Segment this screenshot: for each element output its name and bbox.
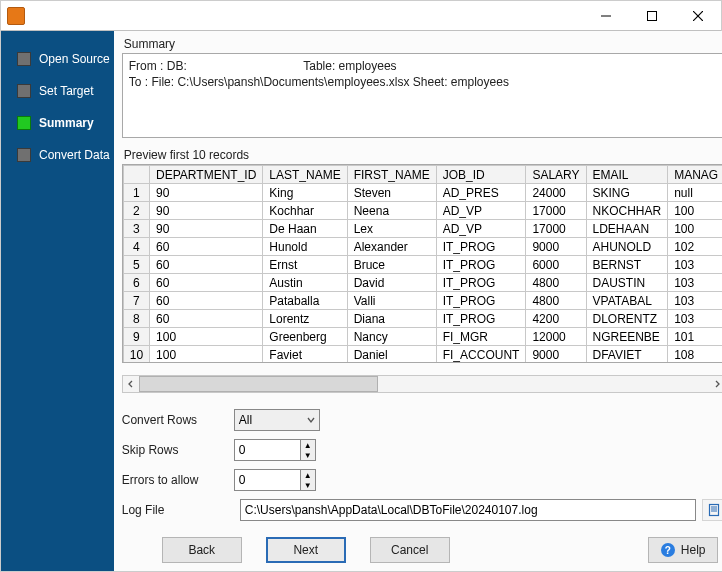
table-cell[interactable]: Daniel [347, 346, 436, 363]
table-cell[interactable]: David [347, 274, 436, 292]
table-row[interactable]: 290KochharNeenaAD_VP17000NKOCHHAR100 [123, 202, 722, 220]
table-cell[interactable]: DLORENTZ [586, 310, 668, 328]
logfile-browse-button[interactable] [702, 499, 722, 521]
table-row[interactable]: 760PataballaValliIT_PROG4800VPATABAL103 [123, 292, 722, 310]
table-cell[interactable]: Alexander [347, 238, 436, 256]
table-cell[interactable]: DFAVIET [586, 346, 668, 363]
table-cell[interactable]: NKOCHHAR [586, 202, 668, 220]
table-row[interactable]: 460HunoldAlexanderIT_PROG9000AHUNOLD102 [123, 238, 722, 256]
table-cell[interactable]: 100 [668, 202, 722, 220]
table-cell[interactable]: 103 [668, 256, 722, 274]
table-cell[interactable]: 4200 [526, 310, 586, 328]
table-cell[interactable]: Neena [347, 202, 436, 220]
table-cell[interactable]: 60 [150, 256, 263, 274]
table-cell[interactable]: 103 [668, 310, 722, 328]
table-cell[interactable]: 100 [150, 346, 263, 363]
table-cell[interactable]: 17000 [526, 202, 586, 220]
table-row[interactable]: 390De HaanLexAD_VP17000LDEHAAN100 [123, 220, 722, 238]
wizard-step-summary[interactable]: Summary [1, 109, 114, 137]
table-cell[interactable]: 100 [150, 328, 263, 346]
table-row[interactable]: 9100GreenbergNancyFI_MGR12000NGREENBE101 [123, 328, 722, 346]
table-cell[interactable]: 103 [668, 292, 722, 310]
table-cell[interactable]: Valli [347, 292, 436, 310]
table-cell[interactable]: Nancy [347, 328, 436, 346]
table-cell[interactable]: 60 [150, 310, 263, 328]
wizard-step-set-target[interactable]: Set Target [1, 77, 114, 105]
table-cell[interactable]: 17000 [526, 220, 586, 238]
table-cell[interactable]: 90 [150, 184, 263, 202]
table-row[interactable]: 10100FavietDanielFI_ACCOUNT9000DFAVIET10… [123, 346, 722, 363]
table-cell[interactable]: Bruce [347, 256, 436, 274]
column-header[interactable]: DEPARTMENT_ID [150, 166, 263, 184]
table-row[interactable]: 560ErnstBruceIT_PROG6000BERNST103 [123, 256, 722, 274]
table-cell[interactable]: SKING [586, 184, 668, 202]
back-button[interactable]: Back [162, 537, 242, 563]
skip-rows-spinner[interactable]: ▲▼ [234, 439, 316, 461]
table-cell[interactable]: 60 [150, 274, 263, 292]
spinner-down-icon[interactable]: ▼ [301, 480, 315, 490]
table-cell[interactable]: 100 [668, 220, 722, 238]
table-cell[interactable]: 24000 [526, 184, 586, 202]
errors-spinner[interactable]: ▲▼ [234, 469, 316, 491]
table-cell[interactable]: Diana [347, 310, 436, 328]
table-row[interactable]: 190KingStevenAD_PRES24000SKINGnull [123, 184, 722, 202]
maximize-button[interactable] [629, 1, 675, 31]
table-cell[interactable]: 102 [668, 238, 722, 256]
column-header[interactable]: LAST_NAME [263, 166, 347, 184]
convert-rows-select[interactable]: All [234, 409, 320, 431]
cancel-button[interactable]: Cancel [370, 537, 450, 563]
table-cell[interactable]: BERNST [586, 256, 668, 274]
spinner-down-icon[interactable]: ▼ [301, 450, 315, 460]
close-button[interactable] [675, 1, 721, 31]
table-cell[interactable]: DAUSTIN [586, 274, 668, 292]
wizard-step-convert-data[interactable]: Convert Data [1, 141, 114, 169]
table-cell[interactable]: 108 [668, 346, 722, 363]
table-cell[interactable]: Steven [347, 184, 436, 202]
table-cell[interactable]: IT_PROG [436, 310, 526, 328]
table-cell[interactable]: VPATABAL [586, 292, 668, 310]
table-cell[interactable]: 12000 [526, 328, 586, 346]
skip-rows-input[interactable] [234, 439, 300, 461]
table-cell[interactable]: 101 [668, 328, 722, 346]
minimize-button[interactable] [583, 1, 629, 31]
table-cell[interactable]: King [263, 184, 347, 202]
help-button[interactable]: ? Help [648, 537, 718, 563]
table-cell[interactable]: FI_ACCOUNT [436, 346, 526, 363]
scroll-right-icon[interactable] [709, 376, 722, 392]
scroll-left-icon[interactable] [123, 376, 139, 392]
table-cell[interactable]: Lex [347, 220, 436, 238]
table-cell[interactable]: AD_VP [436, 202, 526, 220]
table-cell[interactable]: Kochhar [263, 202, 347, 220]
table-row[interactable]: 860LorentzDianaIT_PROG4200DLORENTZ103 [123, 310, 722, 328]
spinner-up-icon[interactable]: ▲ [301, 470, 315, 480]
table-cell[interactable]: null [668, 184, 722, 202]
table-cell[interactable]: Hunold [263, 238, 347, 256]
table-cell[interactable]: Lorentz [263, 310, 347, 328]
table-cell[interactable]: 90 [150, 220, 263, 238]
table-row[interactable]: 660AustinDavidIT_PROG4800DAUSTIN103 [123, 274, 722, 292]
column-header[interactable]: JOB_ID [436, 166, 526, 184]
spinner-up-icon[interactable]: ▲ [301, 440, 315, 450]
table-cell[interactable]: IT_PROG [436, 238, 526, 256]
wizard-step-open-source[interactable]: Open Source [1, 45, 114, 73]
table-cell[interactable]: IT_PROG [436, 256, 526, 274]
errors-input[interactable] [234, 469, 300, 491]
table-cell[interactable]: FI_MGR [436, 328, 526, 346]
table-cell[interactable]: Greenberg [263, 328, 347, 346]
horizontal-scrollbar[interactable] [122, 375, 722, 393]
table-cell[interactable]: Austin [263, 274, 347, 292]
column-header[interactable]: MANAG [668, 166, 722, 184]
table-cell[interactable]: De Haan [263, 220, 347, 238]
table-cell[interactable]: AHUNOLD [586, 238, 668, 256]
table-cell[interactable]: 60 [150, 292, 263, 310]
table-cell[interactable]: IT_PROG [436, 292, 526, 310]
table-cell[interactable]: Faviet [263, 346, 347, 363]
scroll-thumb[interactable] [139, 376, 379, 392]
column-header[interactable]: SALARY [526, 166, 586, 184]
table-cell[interactable]: LDEHAAN [586, 220, 668, 238]
column-header[interactable]: FIRST_NAME [347, 166, 436, 184]
table-cell[interactable]: IT_PROG [436, 274, 526, 292]
table-cell[interactable]: AD_VP [436, 220, 526, 238]
logfile-input[interactable] [240, 499, 696, 521]
next-button[interactable]: Next [266, 537, 346, 563]
